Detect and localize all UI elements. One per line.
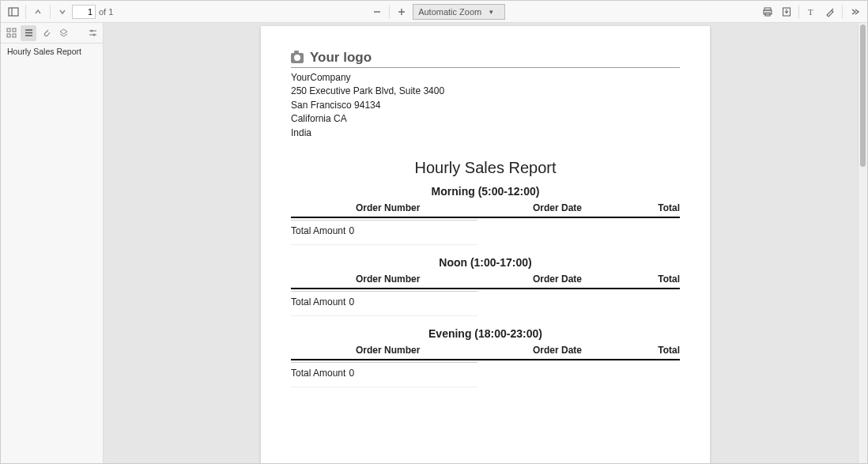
section-title-morning: Morning (5:00-12:00) xyxy=(291,185,680,198)
total-amount-label: Total Amount xyxy=(291,296,345,307)
total-row: Total Amount 0 xyxy=(291,220,477,244)
svg-rect-13 xyxy=(13,28,16,32)
total-amount-label: Total Amount xyxy=(291,225,345,236)
company-state: California CA xyxy=(291,112,680,126)
total-amount-value: 0 xyxy=(349,368,354,379)
column-headers: Order Number Order Date Total xyxy=(291,272,680,286)
scrollbar-thumb[interactable] xyxy=(860,25,866,167)
sidebar-toolbar xyxy=(1,23,103,43)
outline-item[interactable]: Hourly Sales Report xyxy=(1,43,103,59)
svg-rect-12 xyxy=(7,28,10,32)
svg-line-11 xyxy=(832,9,833,10)
col-order-date: Order Date xyxy=(490,273,625,285)
col-order-number: Order Number xyxy=(356,345,490,356)
zoom-out-button[interactable] xyxy=(368,3,386,21)
sidebar-settings-button[interactable] xyxy=(85,25,100,41)
company-country: India xyxy=(291,126,680,140)
logo-text: Your logo xyxy=(310,50,372,66)
page-number-input[interactable] xyxy=(72,5,96,19)
svg-text:T: T xyxy=(808,7,813,17)
section-divider xyxy=(291,288,680,289)
col-order-date: Order Date xyxy=(490,202,625,213)
next-page-button[interactable] xyxy=(54,3,71,21)
toolbar-separator xyxy=(798,5,799,19)
svg-rect-0 xyxy=(9,8,18,16)
company-name: YourCompany xyxy=(291,71,680,85)
section-divider xyxy=(291,217,680,218)
prev-page-button[interactable] xyxy=(29,3,47,21)
svg-rect-15 xyxy=(13,34,16,37)
zoom-level-select[interactable]: Automatic Zoom ▾ xyxy=(413,4,505,20)
svg-rect-14 xyxy=(7,34,10,37)
header-divider xyxy=(291,67,680,68)
col-order-date: Order Date xyxy=(490,345,625,356)
sidebar: Hourly Sales Report xyxy=(1,23,104,463)
col-order-number: Order Number xyxy=(356,273,490,285)
chevron-down-icon: ▾ xyxy=(489,8,493,16)
report-title: Hourly Sales Report xyxy=(291,159,680,177)
company-city: San Francisco 94134 xyxy=(291,99,680,112)
section-divider xyxy=(291,359,680,360)
layers-view-button[interactable] xyxy=(55,25,71,41)
zoom-level-label: Automatic Zoom xyxy=(418,7,481,17)
total-row: Total Amount 0 xyxy=(291,362,477,387)
page-1: Your logo YourCompany 250 Executive Park… xyxy=(261,26,710,463)
download-button[interactable] xyxy=(778,3,795,21)
company-street: 250 Executive Park Blvd, Suite 3400 xyxy=(291,85,680,98)
more-tools-button[interactable] xyxy=(846,3,863,21)
zoom-in-button[interactable] xyxy=(393,3,410,21)
top-toolbar: of 1 Automatic Zoom ▾ T xyxy=(1,1,867,23)
pdf-viewer-app: of 1 Automatic Zoom ▾ T xyxy=(0,0,868,464)
svg-marker-19 xyxy=(60,29,67,34)
col-total: Total xyxy=(625,345,680,356)
draw-annotation-button[interactable] xyxy=(821,3,839,21)
camera-icon xyxy=(291,53,304,63)
print-button[interactable] xyxy=(759,3,776,21)
text-annotation-button[interactable]: T xyxy=(802,3,820,21)
section-title-noon: Noon (1:00-17:00) xyxy=(291,256,680,269)
document-viewer: Your logo YourCompany 250 Executive Park… xyxy=(104,23,867,463)
column-headers: Order Number Order Date Total xyxy=(291,201,680,215)
page-count-label: of 1 xyxy=(99,7,113,17)
vertical-scrollbar[interactable] xyxy=(858,23,867,463)
toolbar-separator xyxy=(842,5,843,19)
column-headers: Order Number Order Date Total xyxy=(291,343,680,357)
company-address-block: YourCompany 250 Executive Park Blvd, Sui… xyxy=(291,71,680,140)
col-total: Total xyxy=(625,273,680,285)
section-title-evening: Evening (18:00-23:00) xyxy=(291,327,680,340)
thumbnails-view-button[interactable] xyxy=(3,25,19,41)
svg-point-23 xyxy=(92,34,95,36)
total-row: Total Amount 0 xyxy=(291,291,477,315)
toggle-sidebar-button[interactable] xyxy=(5,3,22,21)
total-amount-value: 0 xyxy=(349,225,354,236)
toolbar-separator xyxy=(50,5,51,19)
total-amount-label: Total Amount xyxy=(291,368,345,379)
toolbar-separator xyxy=(389,5,390,19)
outline-view-button[interactable] xyxy=(21,25,36,41)
attachments-view-button[interactable] xyxy=(38,25,54,41)
svg-point-22 xyxy=(90,30,92,32)
toolbar-separator xyxy=(25,5,26,19)
col-order-number: Order Number xyxy=(356,202,490,213)
col-total: Total xyxy=(625,202,680,213)
company-logo-placeholder: Your logo xyxy=(291,50,680,66)
total-amount-value: 0 xyxy=(349,296,354,307)
